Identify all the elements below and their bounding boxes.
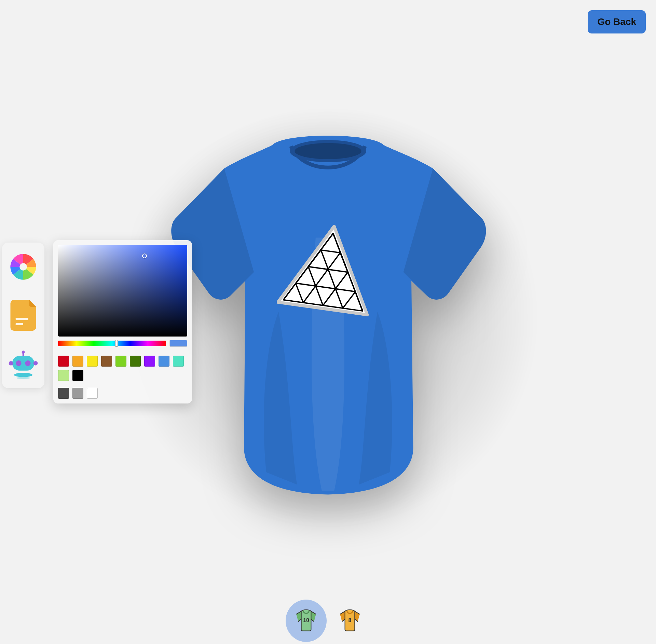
- preset-swatch[interactable]: [72, 356, 83, 367]
- go-back-button[interactable]: Go Back: [588, 10, 646, 33]
- preset-swatch[interactable]: [173, 356, 184, 367]
- preset-swatch[interactable]: [72, 388, 83, 399]
- preset-swatch[interactable]: [58, 370, 69, 381]
- svg-point-1: [295, 143, 361, 159]
- color-tool-button[interactable]: [8, 251, 39, 282]
- color-wheel-icon: [9, 253, 37, 281]
- tshirt-mini-icon: 10: [294, 608, 318, 632]
- hue-thumb[interactable]: [115, 340, 118, 347]
- svg-point-24: [25, 360, 30, 366]
- tshirt-mini-icon: 8: [338, 608, 362, 632]
- ai-tool-button[interactable]: [8, 348, 39, 379]
- svg-point-23: [16, 360, 21, 366]
- variant-orange-tee[interactable]: 8: [338, 608, 362, 634]
- svg-point-28: [16, 377, 30, 379]
- left-toolbar: [2, 243, 44, 388]
- variant-shelf: 10 8: [294, 608, 362, 634]
- preset-swatch[interactable]: [115, 356, 126, 367]
- svg-point-27: [14, 373, 32, 377]
- preset-swatch[interactable]: [58, 388, 69, 399]
- tshirt-icon: [167, 126, 489, 497]
- preset-swatch[interactable]: [101, 356, 112, 367]
- notes-tool-button[interactable]: [8, 300, 39, 331]
- svg-point-17: [19, 263, 27, 270]
- robot-icon: [8, 348, 39, 380]
- svg-rect-19: [16, 323, 24, 325]
- svg-point-26: [33, 361, 38, 366]
- preset-swatch[interactable]: [159, 356, 169, 367]
- saturation-value-field[interactable]: [58, 245, 187, 337]
- svg-text:10: 10: [303, 617, 309, 623]
- color-picker-panel: [53, 240, 192, 403]
- preset-swatch[interactable]: [144, 356, 155, 367]
- hue-slider[interactable]: [58, 341, 166, 346]
- preset-swatches: [58, 356, 187, 399]
- sv-cursor[interactable]: [142, 254, 147, 258]
- current-color-swatch: [169, 340, 187, 347]
- preset-swatch[interactable]: [87, 356, 98, 367]
- document-icon: [10, 300, 36, 331]
- svg-rect-22: [12, 356, 35, 371]
- svg-rect-18: [16, 318, 29, 320]
- tshirt-preview[interactable]: [167, 126, 489, 498]
- svg-text:8: 8: [348, 617, 352, 623]
- variant-green-tee[interactable]: 10: [294, 608, 318, 634]
- preset-swatch[interactable]: [72, 370, 83, 381]
- preset-swatch[interactable]: [130, 356, 141, 367]
- svg-point-25: [9, 361, 13, 366]
- preset-swatch[interactable]: [58, 356, 69, 367]
- preset-swatch[interactable]: [87, 388, 98, 399]
